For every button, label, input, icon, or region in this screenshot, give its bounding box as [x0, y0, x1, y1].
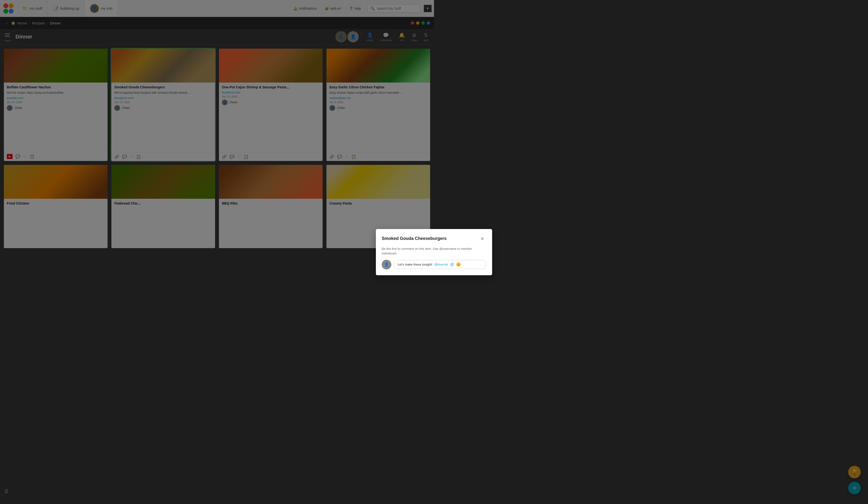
modal-title: Smoked Gouda Cheeseburgers — [382, 236, 434, 241]
modal-hint: Be the first to comment on this item. Us… — [382, 246, 434, 252]
modal-header: Smoked Gouda Cheeseburgers ✕ — [382, 235, 434, 243]
comment-modal-overlay[interactable]: Smoked Gouda Cheeseburgers ✕ Be the firs… — [0, 0, 434, 252]
comment-modal: Smoked Gouda Cheeseburgers ✕ Be the firs… — [376, 229, 434, 252]
